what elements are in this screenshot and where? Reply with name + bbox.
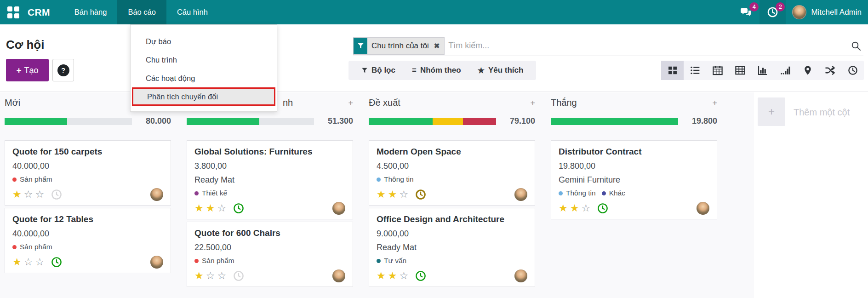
kanban-card[interactable]: Office Design and Architecture 9.000,00 … bbox=[369, 208, 535, 287]
tag-label: Thông tin bbox=[566, 189, 596, 197]
activity-view-button[interactable] bbox=[841, 61, 864, 80]
column-title[interactable]: Đề xuất bbox=[369, 97, 400, 108]
activity-clock-icon[interactable] bbox=[233, 203, 244, 214]
column-amount: 51.300 bbox=[328, 116, 353, 126]
kanban-card[interactable]: Modern Open Space 4.500,00 Thông tin ★★☆ bbox=[369, 140, 535, 206]
column-progressbar[interactable] bbox=[187, 118, 314, 125]
card-title: Office Design and Architecture bbox=[377, 214, 527, 224]
kanban-board: Mới + 80.000 Quote for 150 carpets 40.00… bbox=[0, 92, 868, 298]
activity-clock-icon[interactable] bbox=[51, 189, 62, 200]
priority-stars[interactable]: ★★☆ bbox=[559, 203, 593, 213]
systray: 4 2 Mitchell Admin bbox=[733, 0, 868, 24]
messages-count-badge: 4 bbox=[749, 2, 759, 11]
kanban-card[interactable]: Quote for 12 Tables 40.000,00 Sản phẩm ★… bbox=[5, 208, 171, 273]
kanban-view-icon bbox=[668, 65, 678, 75]
calendar-view-button[interactable] bbox=[706, 61, 729, 80]
kanban-view-button[interactable] bbox=[661, 61, 684, 80]
list-view-button[interactable] bbox=[684, 61, 706, 80]
group-by-lines-icon: ≡ bbox=[412, 66, 417, 75]
messages-button[interactable]: 4 bbox=[733, 0, 760, 24]
activity-clock-icon[interactable] bbox=[233, 270, 244, 281]
map-view-button[interactable] bbox=[796, 61, 819, 80]
card-amount: 22.500,00 bbox=[194, 243, 345, 252]
kanban-card[interactable]: Quote for 600 Chairs 22.500,00 Sản phẩm … bbox=[187, 222, 353, 287]
card-title: Modern Open Space bbox=[377, 147, 527, 157]
activity-clock-icon[interactable] bbox=[597, 203, 608, 214]
priority-stars[interactable]: ★★☆ bbox=[377, 189, 411, 200]
card-amount: 40.000,00 bbox=[12, 229, 163, 239]
user-name[interactable]: Mitchell Admin bbox=[811, 8, 862, 17]
kanban-column-moi: Mới + 80.000 Quote for 150 carpets 40.00… bbox=[5, 97, 187, 298]
card-partner: Ready Mat bbox=[377, 243, 527, 252]
activities-button[interactable]: 2 bbox=[760, 0, 786, 24]
forecast-view-button[interactable] bbox=[819, 61, 841, 80]
activity-clock-icon[interactable] bbox=[415, 189, 426, 200]
priority-stars[interactable]: ★☆☆ bbox=[12, 257, 46, 267]
user-avatar[interactable] bbox=[792, 5, 806, 19]
menu-bao-cao[interactable]: Báo cáo bbox=[117, 0, 166, 24]
search-bar: Chu trình của tôi ✖ bbox=[353, 36, 863, 56]
menu-item-cac-hoat-dong[interactable]: Các hoạt động bbox=[131, 69, 277, 87]
report-menu-dropdown: Dự báo Chu trình Các hoạt động Phân tích… bbox=[130, 24, 277, 112]
facet-label: Chu trình của tôi bbox=[367, 38, 433, 54]
card-amount: 40.000,00 bbox=[12, 161, 163, 171]
search-input[interactable] bbox=[448, 41, 851, 51]
tag-color-dot bbox=[377, 259, 381, 263]
menu-item-chu-trinh[interactable]: Chu trình bbox=[131, 51, 277, 69]
column-title[interactable]: Mới bbox=[5, 97, 20, 108]
menu-cau-hinh[interactable]: Cấu hình bbox=[166, 0, 218, 24]
priority-stars[interactable]: ★★☆ bbox=[194, 203, 228, 213]
cohort-view-button[interactable] bbox=[774, 61, 796, 80]
column-title[interactable]: Thắng bbox=[551, 97, 577, 108]
salesperson-avatar bbox=[514, 188, 527, 201]
tag-label: Tư vấn bbox=[384, 257, 406, 265]
priority-stars[interactable]: ★☆☆ bbox=[12, 189, 46, 200]
apps-grid-icon[interactable] bbox=[7, 6, 19, 18]
salesperson-avatar bbox=[332, 269, 345, 282]
tag-label: Khác bbox=[609, 189, 625, 197]
quick-create-plus-icon[interactable]: + bbox=[712, 99, 717, 107]
add-column-button[interactable]: + bbox=[758, 97, 785, 126]
priority-stars[interactable]: ★★☆ bbox=[377, 271, 411, 281]
column-progressbar[interactable] bbox=[551, 118, 678, 125]
priority-stars[interactable]: ★☆☆ bbox=[194, 271, 228, 281]
search-facet: Chu trình của tôi ✖ bbox=[353, 37, 445, 55]
tag-color-dot bbox=[559, 191, 563, 195]
activity-clock-icon[interactable] bbox=[415, 270, 426, 281]
create-button[interactable]: +Tạo bbox=[6, 59, 49, 81]
filter-funnel-icon bbox=[354, 38, 367, 54]
search-icon[interactable] bbox=[851, 40, 862, 52]
activity-clock-icon[interactable] bbox=[51, 257, 62, 268]
favorites-button[interactable]: ★ Yêu thích bbox=[469, 61, 532, 80]
salesperson-avatar bbox=[332, 202, 345, 215]
quick-create-plus-icon[interactable]: + bbox=[530, 99, 535, 107]
help-button[interactable]: ? bbox=[52, 59, 74, 81]
funnel-icon bbox=[361, 67, 368, 74]
app-name[interactable]: CRM bbox=[28, 7, 50, 18]
graph-view-button[interactable] bbox=[751, 61, 774, 80]
pivot-view-button[interactable] bbox=[729, 61, 751, 80]
menu-item-phan-tich-chuyen-doi[interactable]: Phân tích chuyển đổi bbox=[132, 87, 275, 106]
kanban-column-de-xuat: Đề xuất + 79.100 Modern Open Space 4.500… bbox=[369, 97, 551, 298]
menu-ban-hang[interactable]: Bán hàng bbox=[64, 0, 118, 24]
card-title: Quote for 12 Tables bbox=[12, 214, 163, 224]
tag-label: Thông tin bbox=[384, 175, 414, 183]
card-amount: 3.800,00 bbox=[194, 161, 345, 171]
calendar-view-icon bbox=[713, 65, 723, 75]
card-title: Distributor Contract bbox=[559, 147, 709, 157]
card-title: Quote for 600 Chairs bbox=[194, 228, 345, 238]
crm-kanban-screen: CRM Bán hàng Báo cáo Cấu hình 4 2 Mitche… bbox=[0, 0, 868, 298]
pivot-view-icon bbox=[735, 65, 745, 75]
quick-create-plus-icon[interactable]: + bbox=[348, 99, 353, 107]
star-icon: ★ bbox=[478, 66, 485, 75]
group-by-button[interactable]: ≡ Nhóm theo bbox=[404, 61, 469, 80]
tag-color-dot bbox=[194, 191, 199, 195]
kanban-card[interactable]: Distributor Contract 19.800,00 Gemini Fu… bbox=[551, 140, 717, 219]
kanban-card[interactable]: Global Solutions: Furnitures 3.800,00 Re… bbox=[187, 140, 353, 219]
menu-item-du-bao[interactable]: Dự báo bbox=[131, 32, 277, 51]
facet-remove-icon[interactable]: ✖ bbox=[433, 38, 445, 54]
kanban-card[interactable]: Quote for 150 carpets 40.000,00 Sản phẩm… bbox=[5, 140, 171, 206]
filters-button[interactable]: Bộ lọc bbox=[353, 61, 404, 80]
column-progressbar[interactable] bbox=[5, 118, 132, 125]
column-progressbar[interactable] bbox=[369, 118, 496, 125]
